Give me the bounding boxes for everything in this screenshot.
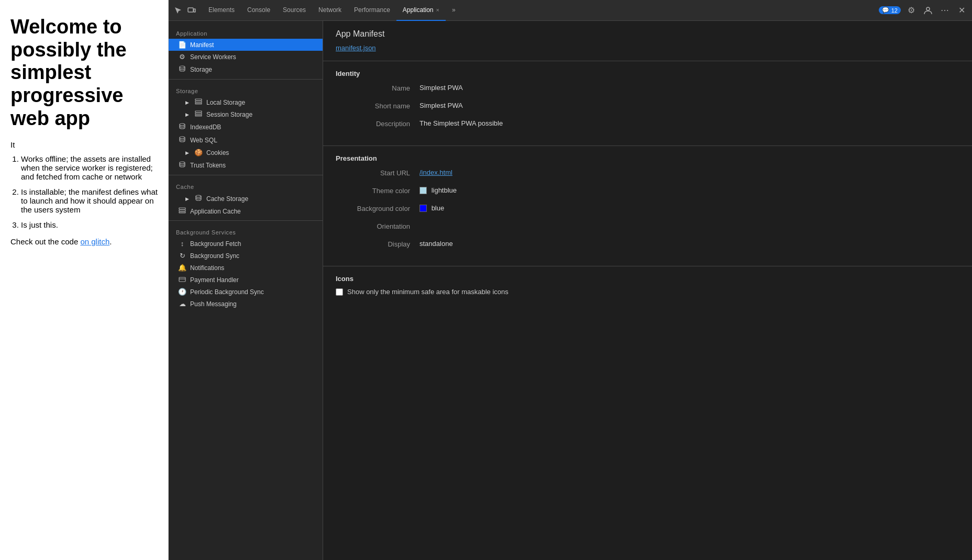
identity-shortname-label: Short name <box>336 102 419 110</box>
sidebar-item-payment-handler[interactable]: Payment Handler <box>169 274 323 286</box>
svg-point-2 <box>926 7 930 10</box>
settings-icon[interactable]: ⚙ <box>905 4 918 17</box>
glitch-link[interactable]: on glitch <box>80 237 109 246</box>
sidebar-item-background-fetch[interactable]: ↕ Background Fetch <box>169 238 323 250</box>
cookies-icon: 🍪 <box>194 149 203 156</box>
manifest-title: App Manifest <box>336 29 959 39</box>
sidebar-section-cache: Cache <box>169 178 323 192</box>
sidebar-item-web-sql[interactable]: Web SQL <box>169 133 323 147</box>
web-sql-icon <box>178 136 186 144</box>
profile-icon[interactable] <box>922 4 934 17</box>
sidebar-label-local-storage: Local Storage <box>206 99 245 106</box>
identity-name-row: Name Simplest PWA <box>336 84 959 92</box>
tab-sources[interactable]: Sources <box>277 0 312 21</box>
start-url-label: Start URL <box>336 169 419 177</box>
sidebar-item-background-sync[interactable]: ↻ Background Sync <box>169 250 323 262</box>
device-toggle-icon[interactable] <box>186 5 197 16</box>
svg-rect-7 <box>195 111 202 113</box>
divider-1 <box>169 79 323 80</box>
tab-close-icon[interactable]: × <box>436 7 439 13</box>
page-intro: It <box>10 140 158 149</box>
tab-elements[interactable]: Elements <box>202 0 241 21</box>
sidebar-item-service-workers[interactable]: ⚙ Service Workers <box>169 51 323 63</box>
svg-rect-0 <box>188 8 193 12</box>
svg-point-10 <box>180 124 185 126</box>
maskable-icons-checkbox[interactable] <box>336 288 343 296</box>
sidebar-item-application-cache[interactable]: Application Cache <box>169 205 323 217</box>
svg-rect-16 <box>179 212 185 213</box>
storage-app-icon <box>178 65 186 74</box>
page-content: Welcome to possibly the simplest progres… <box>0 0 169 560</box>
theme-color-swatch <box>419 187 427 194</box>
identity-description-value: The Simplest PWA possible <box>419 119 959 127</box>
session-storage-icon <box>194 110 203 118</box>
sidebar-item-cache-storage[interactable]: ▶ Cache Storage <box>169 192 323 205</box>
svg-rect-9 <box>195 115 202 116</box>
push-messaging-icon: ☁ <box>178 300 186 308</box>
identity-description-label: Description <box>336 119 419 128</box>
sidebar-label-trust-tokens: Trust Tokens <box>190 162 226 169</box>
svg-rect-15 <box>179 210 185 211</box>
svg-rect-17 <box>179 277 185 282</box>
sidebar-label-payment-handler: Payment Handler <box>190 276 239 284</box>
sidebar-item-push-messaging[interactable]: ☁ Push Messaging <box>169 298 323 310</box>
sidebar-section-bg-services: Background Services <box>169 224 323 238</box>
arrow-cache-storage: ▶ <box>185 196 191 201</box>
sidebar-item-manifest[interactable]: 📄 Manifest <box>169 39 323 51</box>
tab-performance[interactable]: Performance <box>348 0 396 21</box>
bg-color-label: Background color <box>336 204 419 212</box>
presentation-section: Presentation Start URL /index.html Theme… <box>323 146 972 266</box>
tab-application[interactable]: Application × <box>396 0 446 21</box>
start-url-value[interactable]: /index.html <box>419 169 959 176</box>
svg-rect-8 <box>195 113 202 115</box>
maskable-icons-label: Show only the minimum safe area for mask… <box>347 288 509 296</box>
sidebar-item-periodic-bg-sync[interactable]: 🕐 Periodic Background Sync <box>169 286 323 298</box>
devtools-toolbar-icons <box>173 5 197 16</box>
background-fetch-icon: ↕ <box>178 240 186 248</box>
bg-color-value: blue <box>419 204 959 212</box>
manifest-json-link[interactable]: manifest.json <box>336 44 376 52</box>
indexeddb-icon <box>178 122 186 131</box>
sidebar-label-manifest: Manifest <box>190 41 214 49</box>
tab-bar-right: 💬 12 ⚙ ⋯ ✕ <box>879 4 968 17</box>
cache-storage-icon <box>194 194 203 203</box>
orientation-label: Orientation <box>336 222 419 230</box>
sidebar-item-session-storage[interactable]: ▶ Session Storage <box>169 108 323 120</box>
bg-color-swatch <box>419 205 427 212</box>
theme-color-label: Theme color <box>336 186 419 195</box>
identity-shortname-value: Simplest PWA <box>419 102 959 109</box>
sidebar-section-storage: Storage <box>169 83 323 96</box>
sidebar-item-indexeddb[interactable]: IndexedDB <box>169 120 323 133</box>
svg-rect-6 <box>195 103 202 104</box>
sidebar-item-cookies[interactable]: ▶ 🍪 Cookies <box>169 147 323 159</box>
sidebar-item-storage-app[interactable]: Storage <box>169 63 323 76</box>
display-label: Display <box>336 240 419 248</box>
display-row: Display standalone <box>336 240 959 248</box>
theme-color-row: Theme color lightblue <box>336 186 959 195</box>
sidebar-item-trust-tokens[interactable]: Trust Tokens <box>169 159 323 172</box>
svg-point-11 <box>180 137 185 139</box>
messages-badge[interactable]: 💬 12 <box>879 6 901 14</box>
background-sync-icon: ↻ <box>178 252 186 260</box>
more-options-icon[interactable]: ⋯ <box>938 4 951 17</box>
bg-color-row: Background color blue <box>336 204 959 212</box>
cursor-icon[interactable] <box>173 5 183 16</box>
sidebar-item-local-storage[interactable]: ▶ Local Storage <box>169 96 323 108</box>
sidebar-label-notifications: Notifications <box>190 264 224 272</box>
close-devtools-icon[interactable]: ✕ <box>955 4 968 17</box>
periodic-bg-sync-icon: 🕐 <box>178 288 186 296</box>
sidebar-item-notifications[interactable]: 🔔 Notifications <box>169 262 323 274</box>
sidebar-label-storage-app: Storage <box>190 66 212 73</box>
svg-rect-14 <box>179 208 185 209</box>
tab-more[interactable]: » <box>446 0 462 21</box>
tab-console[interactable]: Console <box>241 0 277 21</box>
identity-name-value: Simplest PWA <box>419 84 959 92</box>
manifest-icon: 📄 <box>178 41 186 49</box>
presentation-heading: Presentation <box>336 154 959 162</box>
divider-2 <box>169 175 323 175</box>
identity-name-label: Name <box>336 84 419 92</box>
sidebar-label-periodic-bg-sync: Periodic Background Sync <box>190 288 264 296</box>
application-cache-icon <box>178 207 186 215</box>
tab-bar: Elements Console Sources Network Perform… <box>169 0 972 21</box>
tab-network[interactable]: Network <box>312 0 348 21</box>
